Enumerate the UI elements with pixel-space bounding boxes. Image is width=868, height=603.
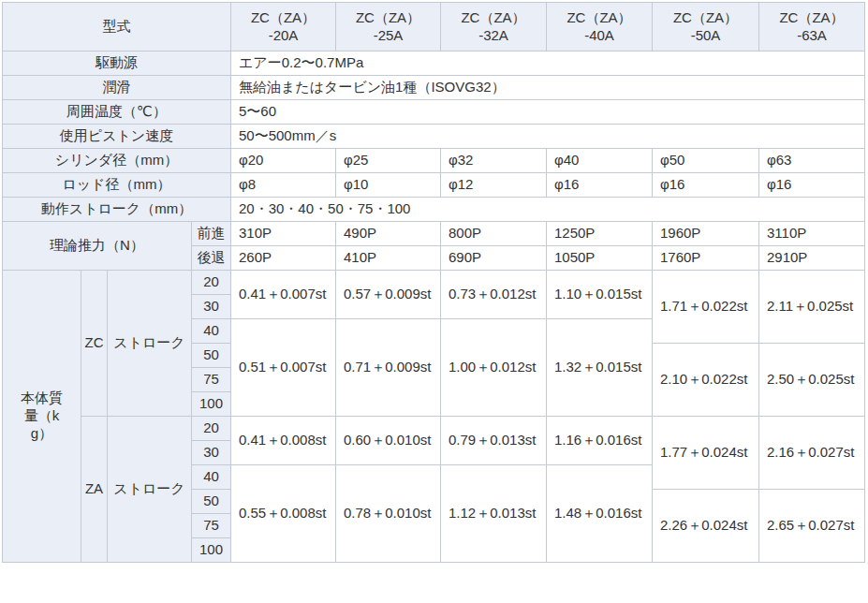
thrust-backward-label: 後退 [192, 246, 231, 271]
thrust-value: 490P [336, 222, 441, 246]
ambient-temp-row: 周囲温度（℃） 5〜60 [3, 100, 865, 125]
mass-group-za: ZA [81, 417, 108, 563]
stroke-label: ストローク [108, 271, 192, 417]
spec-label: 潤滑 [3, 76, 231, 100]
mass-group-zc: ZC [81, 271, 108, 417]
mass-value: 0.55＋0.008st [231, 465, 336, 563]
model-name: ZC（ZA） [234, 9, 332, 27]
thrust-value: 1050P [547, 246, 653, 271]
model-suffix: -20A [234, 27, 332, 45]
model-name: ZC（ZA） [655, 9, 756, 27]
thrust-value: 2910P [759, 246, 865, 271]
model-header-63a: ZC（ZA） -63A [759, 3, 865, 51]
spec-value: 5〜60 [231, 100, 865, 125]
thrust-value: 260P [231, 246, 336, 271]
bore-diameter-row: シリンダ径（mm） φ20 φ25 φ32 φ40 φ50 φ63 [3, 149, 865, 173]
header-row: 型式 ZC（ZA） -20A ZC（ZA） -25A ZC（ZA） -32A Z… [3, 3, 865, 51]
mass-value: 2.50＋0.025st [759, 344, 865, 417]
mass-value: 1.48＋0.016st [547, 465, 653, 563]
mass-zc-20-row: 本体質量（kg） ZC ストローク 20 0.41＋0.007st 0.57＋0… [3, 271, 865, 295]
spec-value: φ20 [231, 149, 336, 173]
spec-value: 無給油またはタービン油1種（ISOVG32） [231, 76, 865, 100]
spec-value: φ16 [653, 173, 759, 198]
mass-value: 0.60＋0.010st [336, 417, 441, 465]
mass-value: 1.71＋0.022st [653, 271, 759, 344]
thrust-value: 1760P [653, 246, 759, 271]
spec-value: 50〜500mm／s [231, 125, 865, 149]
mass-value: 0.73＋0.012st [441, 271, 547, 319]
model-header-40a: ZC（ZA） -40A [547, 3, 653, 51]
thrust-value: 1960P [653, 222, 759, 246]
drive-source-row: 駆動源 エアー0.2〜0.7MPa [3, 51, 865, 76]
cylinder-spec-table: 型式 ZC（ZA） -20A ZC（ZA） -25A ZC（ZA） -32A Z… [2, 2, 865, 563]
mass-value: 1.77＋0.024st [653, 417, 759, 490]
spec-value: φ16 [759, 173, 865, 198]
spec-label: シリンダ径（mm） [3, 149, 231, 173]
mass-value: 0.41＋0.008st [231, 417, 336, 465]
stroke-20: 20 [192, 417, 231, 441]
stroke-30: 30 [192, 295, 231, 319]
spec-value: エアー0.2〜0.7MPa [231, 51, 865, 76]
thrust-label: 理論推力（N） [3, 222, 192, 271]
thrust-value: 800P [441, 222, 547, 246]
spec-label: 使用ピストン速度 [3, 125, 231, 149]
thrust-value: 690P [441, 246, 547, 271]
spec-label: 駆動源 [3, 51, 231, 76]
spec-label: 動作ストローク（mm） [3, 198, 231, 222]
piston-speed-row: 使用ピストン速度 50〜500mm／s [3, 125, 865, 149]
spec-value: φ40 [547, 149, 653, 173]
stroke-40: 40 [192, 465, 231, 490]
mass-value: 2.11＋0.025st [759, 271, 865, 344]
mass-value: 2.26＋0.024st [653, 490, 759, 563]
spec-value: φ12 [441, 173, 547, 198]
spec-value: φ10 [336, 173, 441, 198]
spec-value: φ32 [441, 149, 547, 173]
stroke-100: 100 [192, 538, 231, 563]
stroke-75: 75 [192, 368, 231, 392]
mass-value: 1.10＋0.015st [547, 271, 653, 319]
thrust-value: 3110P [759, 222, 865, 246]
stroke-20: 20 [192, 271, 231, 295]
model-suffix: -63A [762, 27, 861, 45]
model-suffix: -25A [339, 27, 437, 45]
mass-value: 2.65＋0.027st [759, 490, 865, 563]
spec-value: φ8 [231, 173, 336, 198]
spec-label: ロッド径（mm） [3, 173, 231, 198]
stroke-label: ストローク [108, 417, 192, 563]
mass-value: 1.16＋0.016st [547, 417, 653, 465]
mass-value: 2.16＋0.027st [759, 417, 865, 490]
mass-value: 1.00＋0.012st [441, 319, 547, 417]
mass-za-20-row: ZA ストローク 20 0.41＋0.008st 0.60＋0.010st 0.… [3, 417, 865, 441]
mass-value: 1.32＋0.015st [547, 319, 653, 417]
spec-value: φ25 [336, 149, 441, 173]
thrust-forward-label: 前進 [192, 222, 231, 246]
stroke-50: 50 [192, 490, 231, 514]
spec-value: φ63 [759, 149, 865, 173]
model-header-20a: ZC（ZA） -20A [231, 3, 336, 51]
model-suffix: -50A [655, 27, 756, 45]
model-header-50a: ZC（ZA） -50A [653, 3, 759, 51]
model-header-25a: ZC（ZA） -25A [336, 3, 441, 51]
mass-value: 0.57＋0.009st [336, 271, 441, 319]
spec-value: φ50 [653, 149, 759, 173]
thrust-forward-row: 理論推力（N） 前進 310P 490P 800P 1250P 1960P 31… [3, 222, 865, 246]
mass-label: 本体質量（kg） [3, 271, 81, 563]
thrust-value: 310P [231, 222, 336, 246]
model-name: ZC（ZA） [762, 9, 861, 27]
model-name: ZC（ZA） [444, 9, 543, 27]
operating-stroke-row: 動作ストローク（mm） 20・30・40・50・75・100 [3, 198, 865, 222]
model-header-32a: ZC（ZA） -32A [441, 3, 547, 51]
model-suffix: -32A [444, 27, 543, 45]
mass-value: 0.41＋0.007st [231, 271, 336, 319]
model-type-label: 型式 [3, 3, 231, 51]
mass-value: 0.79＋0.013st [441, 417, 547, 465]
rod-diameter-row: ロッド径（mm） φ8 φ10 φ12 φ16 φ16 φ16 [3, 173, 865, 198]
mass-value: 2.10＋0.022st [653, 344, 759, 417]
spec-label: 周囲温度（℃） [3, 100, 231, 125]
thrust-value: 1250P [547, 222, 653, 246]
model-suffix: -40A [550, 27, 649, 45]
stroke-75: 75 [192, 514, 231, 538]
stroke-40: 40 [192, 319, 231, 344]
spec-value: φ16 [547, 173, 653, 198]
model-name: ZC（ZA） [339, 9, 437, 27]
